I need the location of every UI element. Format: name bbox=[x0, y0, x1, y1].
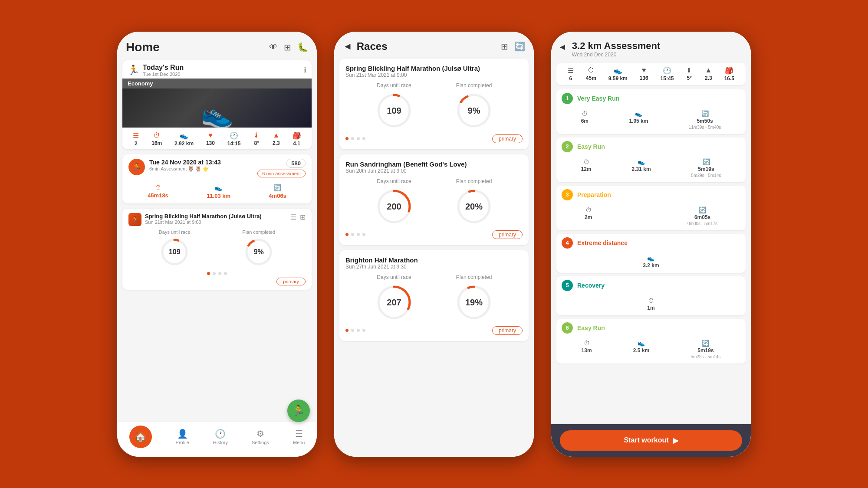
rdot3-1[interactable] bbox=[345, 329, 349, 332]
rdot2-3[interactable] bbox=[357, 233, 360, 236]
race1-plan-lbl: Plan completed bbox=[456, 82, 492, 88]
calendar-icon[interactable]: ⊞ bbox=[300, 213, 306, 221]
rdot1-1[interactable] bbox=[345, 137, 349, 140]
rdot3-4[interactable] bbox=[362, 329, 365, 332]
s2-dist-icon: 👟 bbox=[638, 158, 645, 165]
rstat-dist-icon: 👟 bbox=[214, 184, 223, 192]
distance-icon: 👟 bbox=[180, 131, 188, 140]
s3-time-icon: ⏱ bbox=[585, 206, 592, 213]
step4-label: Extreme distance bbox=[577, 239, 628, 246]
rdot2-2[interactable] bbox=[351, 233, 354, 236]
race3-bottom: primary bbox=[345, 326, 523, 335]
s1-dist-val: 1.05 km bbox=[629, 118, 648, 124]
astat-bag: 🎒 16.5 bbox=[724, 66, 734, 82]
astat-hr: ♥ 136 bbox=[640, 66, 648, 81]
stat-clock: 🕐 14:15 bbox=[227, 131, 241, 147]
recent-run-card: 🏃 Tue 24 Nov 2020 at 13:43 6min Assessme… bbox=[122, 154, 312, 203]
step3-label: Preparation bbox=[577, 191, 611, 198]
astat-time-icon: ⏱ bbox=[588, 66, 595, 74]
s2-pace-icon: 🔄 bbox=[703, 158, 710, 165]
step-2: 2 Easy Run ⏱ 12m 👟 2.31 km 🔄 5m19s bbox=[556, 138, 746, 182]
assessment-back-icon[interactable]: ◄ bbox=[558, 42, 567, 52]
shoe-image bbox=[122, 88, 312, 128]
start-workout-label: Start workout bbox=[624, 436, 668, 444]
step6-time: ⏱ 13m bbox=[582, 340, 592, 359]
race1-plan-circle: 9% bbox=[454, 91, 493, 130]
nav-menu[interactable]: ☰ Menu bbox=[293, 429, 305, 445]
astat-elev-icon: ▲ bbox=[705, 66, 712, 74]
grid-icon[interactable]: ⊞ bbox=[284, 42, 291, 52]
race3-date: Sun 27th Jun 2021 at 9:30 bbox=[345, 264, 523, 270]
s6-time-val: 13m bbox=[582, 347, 592, 354]
rdot1-4[interactable] bbox=[362, 137, 365, 140]
nav-settings[interactable]: ⚙ Settings bbox=[252, 429, 269, 445]
stat-hr: ♥ 130 bbox=[206, 131, 215, 147]
step-4: 4 Extreme distance 👟 3.2 km bbox=[556, 234, 746, 273]
bag-icon: 🎒 bbox=[293, 131, 301, 140]
races-header: ◄ Races ⊞ 🔄 bbox=[334, 36, 534, 56]
rdot1-2[interactable] bbox=[351, 137, 354, 140]
steps-icon: ☰ bbox=[133, 131, 139, 140]
nav-profile[interactable]: 👤 Profile bbox=[176, 429, 189, 445]
race1-days-circle: 109 bbox=[375, 91, 414, 130]
s1-dist-icon: 👟 bbox=[635, 110, 642, 117]
home-header: Home 👁 ⊞ 🐛 bbox=[117, 36, 317, 58]
astat-temp: 🌡 5° bbox=[686, 66, 693, 81]
workout-list: 1 Very Easy Run ⏱ 6m 👟 1.05 km 🔄 5m50s bbox=[551, 87, 751, 424]
s2-pace-val: 5m19s bbox=[698, 166, 714, 172]
bug-icon[interactable]: 🐛 bbox=[297, 42, 308, 52]
rdot2-4[interactable] bbox=[362, 233, 365, 236]
astat-dist-val: 9.59 km bbox=[608, 75, 628, 82]
back-arrow-icon[interactable]: ◄ bbox=[343, 41, 352, 52]
info-icon[interactable]: ℹ bbox=[304, 66, 306, 74]
race3-plan-lbl: Plan completed bbox=[456, 274, 492, 280]
nav-history[interactable]: 🕐 History bbox=[213, 429, 228, 445]
bottom-nav: 🏠 👤 Profile 🕐 History ⚙ Settings ☰ Menu bbox=[117, 422, 317, 457]
rstat-time: ⏱ 45m18s bbox=[148, 184, 168, 199]
primary-badge: primary bbox=[276, 278, 306, 285]
dot-3[interactable] bbox=[218, 272, 221, 275]
astat-steps-icon: ☰ bbox=[568, 66, 574, 75]
step2-dist: 👟 2.31 km bbox=[632, 158, 651, 178]
eye-icon[interactable]: 👁 bbox=[269, 42, 278, 52]
nav-profile-label: Profile bbox=[176, 440, 189, 445]
fab-run[interactable]: 🏃 bbox=[287, 400, 310, 422]
running-icon: 🏃 bbox=[128, 65, 139, 76]
nav-history-label: History bbox=[213, 440, 228, 445]
phone-assessment: ◄ 3.2 km Assessment Wed 2nd Dec 2020 ☰ 6… bbox=[551, 32, 751, 457]
step6-pace: 🔄 5m19s 5m29s - 5m14s bbox=[690, 340, 720, 359]
astat-time-val: 45m bbox=[586, 75, 596, 81]
rdot3-3[interactable] bbox=[357, 329, 360, 332]
rdot2-1[interactable] bbox=[345, 233, 349, 236]
race2-days-group: Days until race 200 bbox=[375, 178, 414, 226]
dot-1[interactable] bbox=[207, 272, 210, 275]
races-grid-icon[interactable]: ⊞ bbox=[501, 41, 508, 52]
dot-2[interactable] bbox=[213, 272, 216, 275]
step1-pace: 🔄 5m50s 11m39s - 5m40s bbox=[689, 110, 721, 130]
start-workout-button[interactable]: Start workout ▶ bbox=[560, 430, 742, 451]
start-arrow-icon: ▶ bbox=[673, 436, 678, 445]
days-circle: 109 bbox=[159, 236, 190, 268]
race-section: 🏃 Spring Blickling Half Marathon (Julsø … bbox=[122, 209, 312, 290]
list-icon[interactable]: ☰ bbox=[290, 213, 296, 221]
step-5: 5 Recovery ⏱ 1m bbox=[556, 276, 746, 315]
rstat-time-icon: ⏱ bbox=[155, 184, 161, 191]
race1-days-val: 109 bbox=[387, 105, 401, 115]
rstat-pace-val: 4m06s bbox=[269, 193, 286, 199]
rdot1-3[interactable] bbox=[357, 137, 360, 140]
stat-temp-val: 8° bbox=[254, 140, 259, 146]
race3-plan-val: 19% bbox=[465, 297, 483, 307]
astat-elev: ▲ 2.3 bbox=[705, 66, 712, 81]
rdot3-2[interactable] bbox=[351, 329, 354, 332]
race1-plan-val: 9% bbox=[468, 105, 480, 115]
races-refresh-icon[interactable]: 🔄 bbox=[514, 41, 525, 52]
nav-home-button[interactable]: 🏠 bbox=[129, 426, 152, 448]
s3-pace-sub: 0m00s - 5m17s bbox=[687, 221, 717, 226]
dot-4[interactable] bbox=[224, 272, 227, 275]
stat-time-val: 16m bbox=[151, 140, 162, 146]
race2-days-circle: 200 bbox=[375, 187, 414, 226]
race1-title: Spring Blickling Half Marathon (Julsø Ul… bbox=[345, 65, 523, 72]
recent-run-stats: ⏱ 45m18s 👟 11.03 km 🔄 4m06s bbox=[128, 181, 306, 199]
s6-pace-val: 5m19s bbox=[697, 347, 713, 354]
settings-icon: ⚙ bbox=[256, 429, 264, 439]
